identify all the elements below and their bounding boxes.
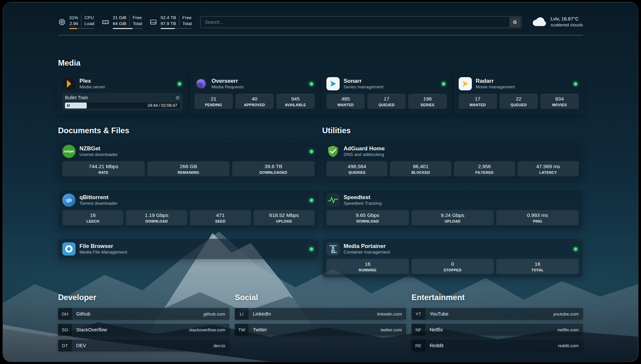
stat-label: APPROVED [237, 103, 272, 107]
cpu-percent: 31% [69, 15, 78, 21]
service-subtitle: Media server [79, 84, 105, 90]
bookmark-abbr: SO [58, 324, 72, 336]
bookmark-netflix[interactable]: NF Netflix netflix.com [412, 324, 583, 336]
weather-condition: scattered clouds [551, 22, 583, 28]
stat-label: PENDING [196, 103, 231, 107]
gear-icon[interactable]: ⚙ [175, 95, 180, 100]
stat-leech: 16 LEECH [62, 210, 123, 225]
disk-label-top: Free [182, 15, 192, 21]
adguard-icon [326, 145, 340, 158]
service-card-sonarr[interactable]: Sonarr Series management 485 WANTED 17 Q… [322, 74, 451, 114]
bookmark-url: dev.to [213, 343, 225, 348]
stat-label: SERIES [410, 103, 445, 107]
cpu-icon [58, 18, 66, 26]
plex-icon [62, 77, 76, 90]
status-dot [310, 247, 313, 251]
service-card-speedtest[interactable]: Speedtest Speedtest Tracking 9.65 Gbps D… [322, 190, 583, 229]
stat-value: 40 [237, 96, 272, 102]
stat-value: 17 [369, 96, 404, 102]
stat-value: 9.24 Gbps [413, 212, 493, 218]
service-card-adguard[interactable]: AdGuard Home DNS and adblocking 498,564 … [322, 141, 583, 180]
portainer-icon [326, 242, 340, 256]
service-name: qBittorrent [79, 194, 118, 201]
bookmark-abbr: YT [412, 308, 425, 320]
stat-value: 744.21 Mbps [64, 164, 143, 169]
bookmark-url: netflix.com [557, 327, 579, 332]
bookmark-url: reddit.com [558, 343, 579, 348]
stat-available: 945 AVAILABLE [276, 94, 315, 109]
bookmark-twitter[interactable]: TW Twitter twitter.com [235, 324, 406, 336]
bookmark-stackoverflow[interactable]: SO StackOverflow stackoverflow.com [58, 324, 229, 336]
service-subtitle: Torrent downloader [79, 201, 118, 206]
service-card-plex[interactable]: Plex Media server Bullet Train ⚙ [58, 74, 187, 114]
bookmark-abbr: DT [58, 340, 72, 351]
pause-icon[interactable] [67, 104, 70, 107]
search-input[interactable] [200, 16, 521, 28]
service-card-nzbget[interactable]: nzbget NZBGet Usenet downloader 744.21 M… [58, 141, 319, 180]
disk-free: 52.4 TB [161, 15, 176, 21]
bookmark-linkedin[interactable]: LI LinkedIn linkedin.com [235, 308, 406, 320]
service-name: Media Portainer [344, 243, 390, 250]
stat-remaining: 266 GB REMAINING [147, 161, 230, 176]
service-card-portainer[interactable]: Media Portainer Container management 16 … [322, 239, 583, 278]
section-title-developer: Developer [58, 293, 229, 302]
status-dot [310, 82, 313, 86]
service-card-filebrowser[interactable]: File Browser Media File Management [58, 239, 319, 259]
service-card-qbittorrent[interactable]: qb qBittorrent Torrent downloader 16 [58, 190, 319, 229]
playback-progress-bar[interactable]: 24:44 / 02:06:47 [65, 103, 180, 108]
weather-widget[interactable]: Lviv, 16.87°C scattered clouds [532, 16, 583, 28]
stat-value: 1.19 Gbps [127, 212, 186, 218]
service-name: NZBGet [79, 145, 118, 152]
disk-total: 97.9 TB [161, 21, 176, 27]
bookmark-name: Twitter [253, 327, 267, 332]
stat-value: 21 [196, 96, 231, 102]
stat-wanted: 485 WANTED [326, 94, 365, 109]
stat-label: QUERIES [328, 170, 386, 174]
stat-blocked: 86,401 BLOCKED [390, 161, 451, 176]
bookmark-name: Netflix [430, 327, 443, 332]
bookmark-reddit[interactable]: RE Reddit reddit.com [412, 340, 583, 351]
cpu-label-bottom: Load [84, 21, 94, 27]
cpu-usage-bar [69, 28, 94, 29]
service-subtitle: Media File Management [79, 250, 127, 255]
service-card-overseerr[interactable]: Overseerr Media Requests 21 PENDING 40 A… [190, 74, 319, 114]
bookmark-name: LinkedIn [253, 311, 271, 317]
stat-label: AVAILABLE [278, 103, 313, 107]
bookmark-url: linkedin.com [377, 312, 402, 317]
stat-label: WANTED [460, 103, 496, 107]
stat-label: DOWNLOAD [328, 219, 408, 223]
stat-value: 471 [191, 212, 250, 218]
stat-label: PING [498, 219, 577, 223]
service-name: Radarr [476, 77, 515, 84]
service-name: Sonarr [344, 77, 383, 84]
bookmark-youtube[interactable]: YT YouTube youtube.com [412, 308, 583, 320]
stat-value: 16 [328, 261, 408, 267]
stat-label: RUNNING [328, 268, 408, 272]
service-name: AdGuard Home [344, 145, 385, 152]
now-playing-title: Bullet Train [65, 95, 88, 100]
filebrowser-icon [62, 242, 76, 256]
service-card-radarr[interactable]: Radarr Movie management 17 WANTED 22 QUE… [454, 74, 583, 114]
memory-total: 64 GiB [113, 21, 126, 27]
stat-value: 0.993 ms [498, 212, 577, 218]
nzbget-logo-text: nzbget [64, 150, 74, 153]
stat-label: REMAINING [149, 170, 229, 174]
stat-downloaded: 39.6 TB DOWNLOADED [232, 161, 315, 176]
system-stats: 31% 2.94 CPU Load [58, 15, 192, 29]
cpu-label-top: CPU [84, 15, 94, 21]
stat-running: 16 RUNNING [326, 259, 409, 274]
bookmark-dev[interactable]: DT DEV dev.to [58, 340, 229, 351]
bookmark-github[interactable]: GH Github github.com [58, 308, 229, 320]
playback-time: 24:44 / 02:06:47 [147, 103, 177, 108]
stat-label: LEECH [64, 219, 122, 223]
stat-value: 834 [542, 96, 577, 102]
search-engine-button[interactable]: G [509, 17, 521, 27]
qbittorrent-icon: qb [62, 194, 76, 207]
stat-value: 47.569 ms [519, 164, 577, 169]
stat-queries: 498,564 QUERIES [326, 161, 387, 176]
stat-value: 17 [460, 96, 496, 102]
stat-wanted: 17 WANTED [459, 94, 497, 109]
stat-movies: 834 MOVIES [540, 94, 579, 109]
service-name: Plex [79, 77, 105, 84]
disk-usage-bar [161, 28, 192, 29]
